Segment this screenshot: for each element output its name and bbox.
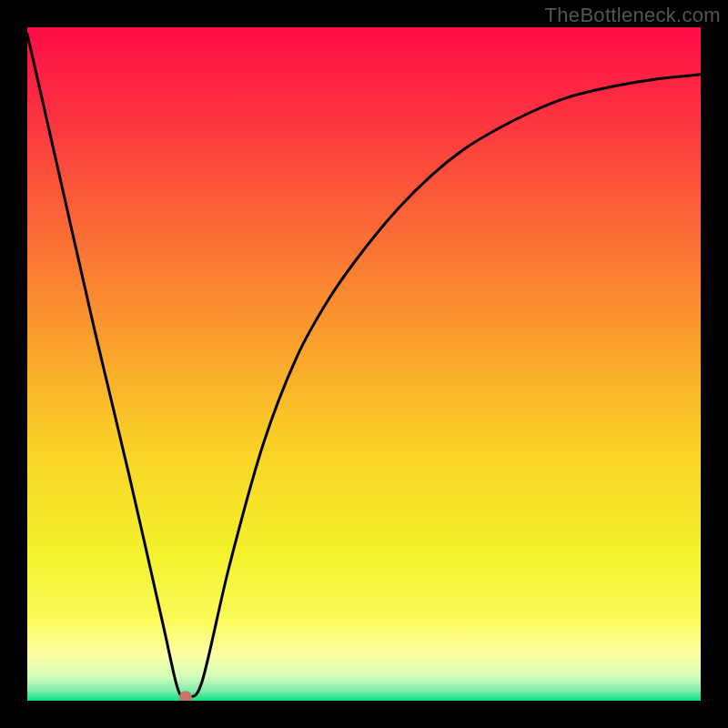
chart-frame: TheBottleneck.com bbox=[0, 0, 728, 728]
chart-svg bbox=[27, 27, 701, 701]
watermark-label: TheBottleneck.com bbox=[545, 4, 721, 27]
plot-area bbox=[27, 27, 701, 701]
gradient-background bbox=[27, 27, 701, 701]
